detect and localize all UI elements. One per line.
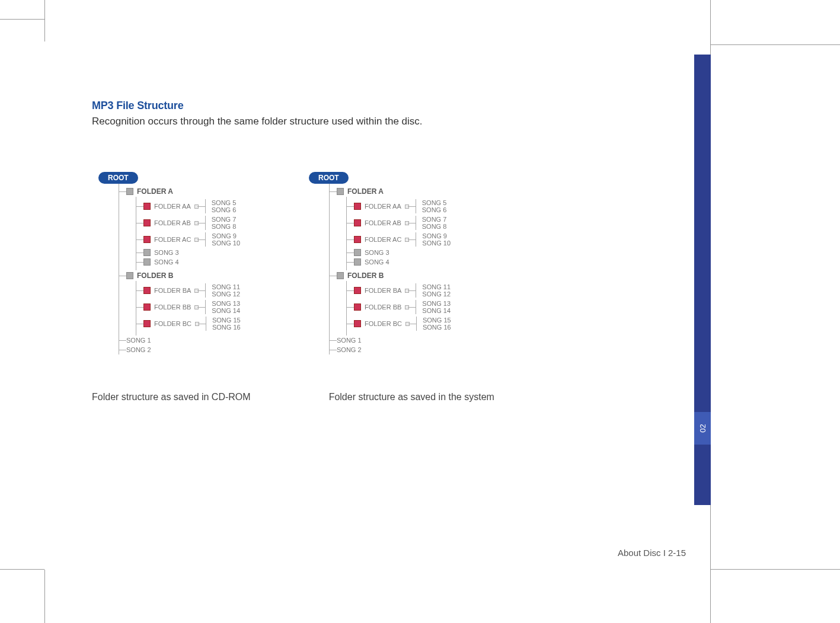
- section-title: MP3 File Structure: [92, 100, 685, 112]
- page-footer: About Disc I 2-15: [618, 548, 686, 558]
- song-label: SONG 7: [422, 216, 447, 223]
- song-label: SONG 8: [422, 223, 447, 230]
- song-label: SONG 7: [212, 216, 237, 223]
- folder-aa-label: FOLDER AA: [365, 203, 401, 210]
- caption-right: Folder structure as saved in the system: [329, 392, 494, 402]
- crop-mark: [0, 19, 44, 20]
- folder-bb-label: FOLDER BB: [365, 303, 401, 311]
- song-label: SONG 2: [337, 346, 362, 353]
- song-label: SONG 3: [154, 249, 179, 256]
- song-label: SONG 16: [423, 324, 451, 331]
- file-icon: [354, 258, 361, 266]
- song-label: SONG 2: [126, 346, 151, 353]
- song-label: SONG 14: [212, 307, 240, 314]
- folder-icon: [126, 188, 133, 195]
- file-icon: [354, 249, 361, 256]
- folder-a-label: FOLDER A: [347, 187, 384, 196]
- folder-icon: [354, 303, 361, 311]
- folder-icon: [143, 203, 151, 210]
- song-label: SONG 3: [365, 249, 389, 256]
- folder-ac-label: FOLDER AC: [365, 236, 401, 243]
- song-label: SONG 12: [422, 290, 451, 298]
- folder-icon: [126, 272, 133, 279]
- folder-b-label: FOLDER B: [347, 271, 384, 280]
- folder-icon: [354, 236, 361, 243]
- file-icon: [143, 258, 151, 266]
- song-label: SONG 15: [212, 317, 241, 324]
- folder-icon: [337, 272, 344, 279]
- song-label: SONG 16: [212, 324, 241, 331]
- song-label: SONG 5: [212, 199, 237, 206]
- song-label: SONG 5: [422, 199, 447, 206]
- root-node: ROOT: [309, 172, 349, 184]
- crop-mark: [711, 44, 840, 45]
- folder-icon: [143, 320, 151, 327]
- folder-icon: [143, 236, 151, 243]
- crop-mark: [0, 569, 44, 570]
- crop-mark: [44, 0, 45, 41]
- folder-bc-label: FOLDER BC: [154, 320, 191, 327]
- song-label: SONG 1: [126, 337, 151, 344]
- folder-structure-diagrams: ROOT FOLDER A FOLDER AA SONG 5SONG 6 FOL…: [92, 169, 685, 357]
- folder-icon: [337, 188, 344, 195]
- folder-icon: [354, 320, 361, 327]
- folder-ac-label: FOLDER AC: [154, 236, 191, 243]
- song-label: SONG 13: [212, 300, 240, 307]
- chapter-tab: 02: [694, 412, 711, 445]
- caption-left: Folder structure as saved in CD-ROM: [92, 392, 251, 402]
- song-label: SONG 14: [422, 307, 451, 314]
- folder-icon: [143, 219, 151, 226]
- root-node: ROOT: [98, 172, 138, 184]
- song-label: SONG 6: [422, 206, 447, 213]
- crop-mark: [711, 569, 840, 570]
- crop-mark: [44, 570, 45, 623]
- song-label: SONG 11: [212, 283, 240, 290]
- song-label: SONG 11: [422, 283, 451, 290]
- folder-aa-label: FOLDER AA: [154, 203, 191, 210]
- song-label: SONG 10: [422, 239, 451, 247]
- folder-ba-label: FOLDER BA: [154, 287, 191, 294]
- tree-cdrom: ROOT FOLDER A FOLDER AA SONG 5SONG 6 FOL…: [92, 169, 288, 357]
- song-label: SONG 6: [212, 206, 237, 213]
- song-label: SONG 9: [212, 232, 240, 239]
- song-label: SONG 12: [212, 290, 240, 298]
- folder-icon: [354, 287, 361, 294]
- folder-bc-label: FOLDER BC: [365, 320, 402, 327]
- song-label: SONG 10: [212, 239, 240, 247]
- folder-icon: [354, 203, 361, 210]
- song-label: SONG 4: [154, 258, 179, 266]
- song-label: SONG 8: [212, 223, 237, 230]
- tree-system: ROOT FOLDER A FOLDER AA SONG 5SONG 6 FOL…: [302, 169, 498, 357]
- folder-bb-label: FOLDER BB: [154, 303, 191, 311]
- song-label: SONG 9: [422, 232, 451, 239]
- song-label: SONG 1: [337, 337, 362, 344]
- folder-icon: [354, 219, 361, 226]
- folder-ba-label: FOLDER BA: [365, 287, 401, 294]
- song-label: SONG 15: [423, 317, 451, 324]
- folder-ab-label: FOLDER AB: [365, 219, 401, 226]
- folder-icon: [143, 287, 151, 294]
- folder-icon: [143, 303, 151, 311]
- file-icon: [143, 249, 151, 256]
- chapter-tab-label: 02: [698, 424, 707, 432]
- song-label: SONG 4: [365, 258, 389, 266]
- folder-b-label: FOLDER B: [137, 271, 173, 280]
- folder-ab-label: FOLDER AB: [154, 219, 191, 226]
- folder-a-label: FOLDER A: [137, 187, 173, 196]
- song-label: SONG 13: [422, 300, 451, 307]
- section-description: Recognition occurs through the same fold…: [92, 116, 685, 127]
